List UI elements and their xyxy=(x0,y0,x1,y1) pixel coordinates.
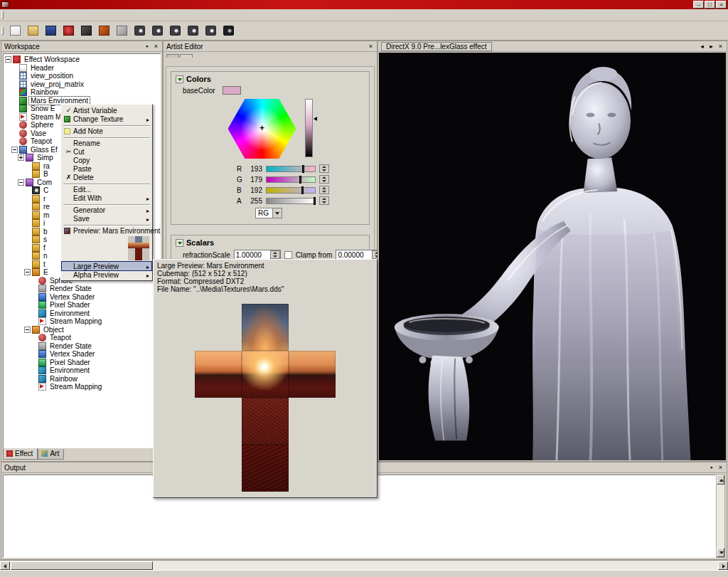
context-menu-item[interactable]: Paste xyxy=(62,164,151,173)
channel-spinner[interactable] xyxy=(319,175,329,184)
menu-item[interactable] xyxy=(16,14,26,16)
context-menu-item[interactable]: Generator xyxy=(62,206,151,214)
context-menu-item[interactable]: Save xyxy=(62,214,151,223)
scroll-up-icon[interactable] xyxy=(717,475,724,485)
context-menu-item[interactable]: Cut xyxy=(62,147,151,156)
spin-down-icon[interactable] xyxy=(322,169,326,171)
scroll-down-icon[interactable] xyxy=(717,548,724,557)
tree-expander-icon[interactable] xyxy=(24,327,31,333)
menu-item[interactable] xyxy=(26,14,36,16)
chevron-down-icon[interactable] xyxy=(272,208,282,218)
channel-spinner[interactable] xyxy=(319,196,329,205)
menu-item[interactable] xyxy=(46,14,56,16)
tab-scroll-left-icon[interactable]: ◂ xyxy=(697,42,707,51)
spin-up-icon[interactable] xyxy=(322,166,326,168)
channel-slider[interactable] xyxy=(266,187,316,194)
directx-preview-header[interactable]: DirectX 9.0 Pre...lexGlass effect ◂ ▸ × xyxy=(378,41,727,52)
toolbar-button[interactable] xyxy=(25,23,41,38)
tree-expander-icon[interactable] xyxy=(5,56,11,63)
context-menu-item[interactable]: Edit... xyxy=(62,185,151,194)
scroll-left-icon[interactable] xyxy=(0,561,10,570)
collapse-icon[interactable] xyxy=(176,75,183,83)
scalar-spinner[interactable] xyxy=(270,250,280,259)
close-icon[interactable]: × xyxy=(151,42,161,51)
tree-item[interactable]: Rainbow xyxy=(5,375,160,383)
close-button[interactable]: × xyxy=(716,1,727,9)
toolbar-button[interactable] xyxy=(78,23,95,38)
toolbar-button[interactable] xyxy=(7,23,23,38)
tree-expander-icon[interactable] xyxy=(24,269,31,275)
context-menu-item[interactable]: Large Preview xyxy=(62,262,151,270)
tree-item[interactable]: Render State xyxy=(5,285,160,293)
context-menu-item[interactable]: Delete xyxy=(62,173,151,181)
color-hexagon-picker[interactable]: + xyxy=(228,99,296,159)
tree-item[interactable]: Environment xyxy=(5,366,160,375)
workspace-tab[interactable]: Art xyxy=(38,449,64,460)
minimize-button[interactable]: – xyxy=(693,1,704,9)
tree-item[interactable]: Vertex Shader xyxy=(5,350,160,359)
clamp-checkbox[interactable] xyxy=(284,251,292,259)
channel-slider[interactable] xyxy=(266,198,316,204)
context-menu-item[interactable]: Change Texture xyxy=(62,115,151,123)
pin-icon[interactable]: ▪ xyxy=(707,463,716,472)
artist-editor-header[interactable]: Artist Editor × xyxy=(164,41,377,52)
title-bar[interactable]: – □ × xyxy=(0,0,728,9)
tree-item[interactable]: view_proj_matrix xyxy=(5,80,160,89)
tree-item[interactable]: Header xyxy=(5,64,160,73)
spin-up-icon[interactable] xyxy=(322,187,326,189)
context-menu-item[interactable]: Copy xyxy=(62,156,151,164)
spin-up-icon[interactable] xyxy=(322,198,326,200)
context-menu-item[interactable]: Edit With xyxy=(62,194,151,202)
tree-item[interactable]: Object xyxy=(5,326,160,334)
color-mode-select[interactable]: RG xyxy=(255,208,282,218)
toolbar-button[interactable] xyxy=(220,23,237,38)
base-color-swatch[interactable] xyxy=(223,86,241,95)
scroll-right-icon[interactable] xyxy=(718,561,728,570)
tree-item[interactable]: Pixel Shader xyxy=(5,359,160,367)
output-scrollbar[interactable] xyxy=(716,475,725,558)
tree-expander-icon[interactable] xyxy=(11,147,18,153)
toolbar-button[interactable] xyxy=(149,23,166,38)
spin-down-icon[interactable] xyxy=(322,201,326,203)
channel-slider[interactable] xyxy=(266,166,316,172)
spin-down-icon[interactable] xyxy=(322,191,326,193)
context-menu-item[interactable]: Rename xyxy=(62,139,151,147)
tree-expander-icon[interactable] xyxy=(18,179,24,186)
workspace-header[interactable]: Workspace ▪ × xyxy=(1,41,162,52)
collapse-icon[interactable] xyxy=(176,239,183,247)
horizontal-scrollbar[interactable] xyxy=(0,560,728,570)
menu-item[interactable] xyxy=(36,14,46,16)
slider-thumb[interactable] xyxy=(302,165,304,173)
channel-spinner[interactable] xyxy=(319,164,329,173)
tree-item[interactable]: Stream Mapping xyxy=(5,317,160,326)
workspace-tab[interactable]: Effect xyxy=(3,448,38,460)
tab-scroll-right-icon[interactable]: ▸ xyxy=(707,42,716,51)
effect-tab[interactable] xyxy=(166,54,179,58)
channel-slider[interactable] xyxy=(266,176,316,183)
tree-item[interactable]: Effect Workspace xyxy=(5,55,160,64)
toolbar-grip[interactable] xyxy=(1,26,4,35)
tree-item[interactable]: Stream Mapping xyxy=(5,383,160,391)
directx-preview-title[interactable]: DirectX 9.0 Pre...lexGlass effect xyxy=(381,42,492,51)
tree-item[interactable]: Environment xyxy=(5,309,160,318)
spin-up-icon[interactable] xyxy=(322,176,326,179)
effect-tab[interactable] xyxy=(180,54,193,58)
scrollbar-thumb[interactable] xyxy=(11,561,153,570)
spin-down-icon[interactable] xyxy=(322,180,326,182)
toolbar-button[interactable] xyxy=(114,23,130,38)
maximize-button[interactable]: □ xyxy=(705,1,715,9)
context-menu-item[interactable]: Preview: Mars Environment xyxy=(62,226,151,235)
render-viewport[interactable] xyxy=(379,53,726,460)
pin-icon[interactable]: ▪ xyxy=(142,42,151,51)
tree-item[interactable]: Pixel Shader xyxy=(5,301,160,309)
menu-item[interactable] xyxy=(6,14,16,16)
toolbar-button[interactable] xyxy=(132,23,148,38)
slider-thumb[interactable] xyxy=(301,186,304,194)
menubar-grip[interactable] xyxy=(1,11,4,19)
toolbar-button[interactable] xyxy=(167,23,183,38)
close-icon[interactable]: × xyxy=(716,463,725,472)
tree-item[interactable]: Rainbow xyxy=(5,88,160,97)
brightness-slider[interactable] xyxy=(305,99,313,157)
toolbar-button[interactable] xyxy=(60,23,77,38)
tree-item[interactable]: Vertex Shader xyxy=(5,293,160,302)
